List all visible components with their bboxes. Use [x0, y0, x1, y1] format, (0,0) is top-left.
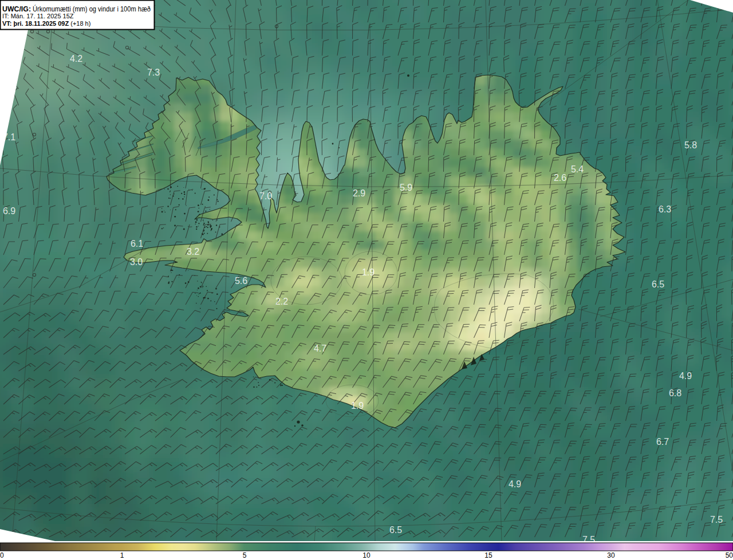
svg-text:5.4: 5.4 — [571, 164, 584, 174]
svg-text:15: 15 — [484, 551, 492, 559]
svg-text:1.9: 1.9 — [362, 267, 375, 277]
svg-text:6.7: 6.7 — [656, 437, 669, 447]
svg-text:2.2: 2.2 — [275, 297, 288, 306]
svg-text:5.9: 5.9 — [400, 183, 412, 192]
svg-text:5.6: 5.6 — [235, 276, 247, 286]
svg-text:2.9: 2.9 — [353, 188, 365, 198]
svg-text:6.9: 6.9 — [3, 206, 15, 216]
svg-text:6.8: 6.8 — [669, 388, 681, 398]
svg-text:6.3: 6.3 — [659, 204, 671, 214]
svg-text:30: 30 — [607, 551, 615, 559]
svg-text:1: 1 — [120, 551, 124, 559]
svg-text:50: 50 — [726, 551, 733, 559]
svg-text:5: 5 — [243, 551, 247, 559]
svg-text:4.9: 4.9 — [509, 479, 521, 489]
svg-text:0: 0 — [0, 551, 4, 559]
svg-text:10: 10 — [362, 551, 371, 559]
svg-text:VT: þri. 18.11.2025 09Z (+18 h: VT: þri. 18.11.2025 09Z (+18 h) — [2, 20, 90, 27]
svg-text:2.6: 2.6 — [554, 173, 566, 183]
svg-text:6.5: 6.5 — [652, 279, 664, 289]
svg-text:3.2: 3.2 — [187, 247, 199, 257]
svg-text:5.8: 5.8 — [684, 140, 697, 150]
svg-text:1.9: 1.9 — [351, 401, 364, 411]
svg-text:4.9: 4.9 — [679, 371, 692, 381]
svg-text:7.5: 7.5 — [710, 515, 723, 524]
svg-text:IT: Mán. 17. 11. 2025 15Z: IT: Mán. 17. 11. 2025 15Z — [2, 13, 74, 19]
svg-text:6.5: 6.5 — [389, 525, 402, 535]
svg-text:7.3: 7.3 — [147, 68, 160, 77]
svg-text:4.2: 4.2 — [70, 54, 82, 64]
svg-text:7.0: 7.0 — [259, 191, 272, 201]
svg-text:3.0: 3.0 — [130, 257, 143, 267]
svg-text:6.1: 6.1 — [131, 239, 143, 249]
svg-text:4.7: 4.7 — [314, 344, 326, 353]
svg-text:UWC/IG:Úrkomumætti (mm) og vin: UWC/IG:Úrkomumætti (mm) og vindur i 100m… — [2, 5, 151, 13]
